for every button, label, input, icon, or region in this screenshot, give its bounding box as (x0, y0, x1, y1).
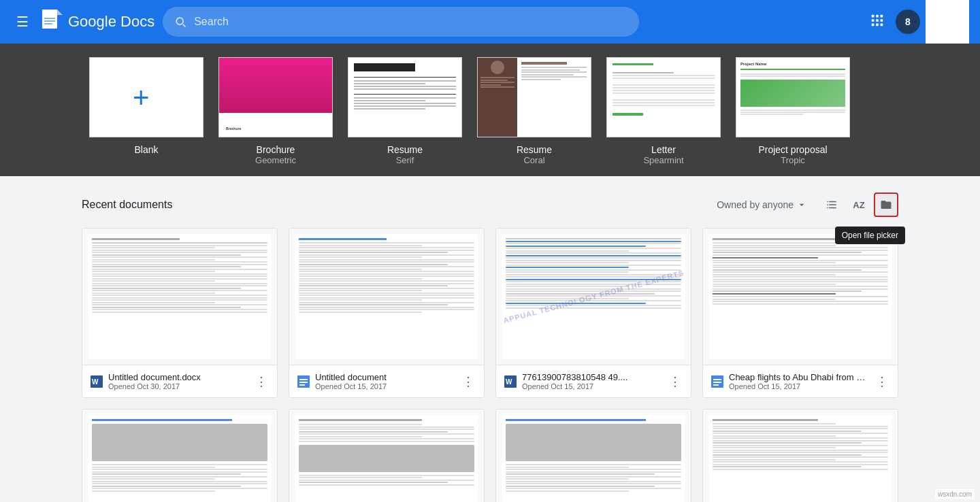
doc-preview-r2-1 (289, 409, 484, 502)
doc-preview-content-2 (502, 234, 685, 359)
doc-preview-content-1 (295, 234, 478, 359)
doc-preview-content-3 (708, 234, 892, 359)
recent-title: Recent documents (82, 199, 710, 211)
doc-more-0[interactable]: ⋮ (254, 374, 269, 389)
search-bar[interactable]: Search (163, 7, 639, 37)
doc-more-2[interactable]: ⋮ (668, 374, 683, 389)
app-logo: Google Docs (42, 10, 154, 34)
doc-footer-3: Cheap flights to Abu Dhabi from London O… (703, 365, 898, 397)
svg-rect-25 (713, 384, 719, 386)
resume-divider (354, 77, 456, 78)
template-brochure-title: Brochure (257, 144, 295, 155)
gdoc-icon-1 (297, 375, 310, 388)
doc-meta-0: Opened Oct 30, 2017 (108, 382, 248, 390)
svg-rect-13 (881, 23, 883, 26)
az-icon: AZ (853, 200, 864, 210)
doc-meta-2: Opened Oct 15, 2017 (522, 382, 662, 390)
brochure-bg: Brochure (219, 58, 332, 137)
doc-card-r2-0[interactable]: Sports Coaching Platform: Development Ti… (82, 409, 278, 502)
template-resume-coral[interactable]: Resume Coral (470, 57, 599, 176)
resume-name-bar (354, 63, 415, 71)
blank-thumbnail: + (89, 57, 203, 137)
resume-coral-thumbnail (477, 57, 591, 137)
template-resume-serif[interactable]: Resume Serif (340, 57, 470, 176)
apps-grid-icon[interactable] (864, 7, 890, 37)
tooltip-file-picker: Open file picker (835, 227, 905, 244)
doc-name-1: Untitled document (315, 372, 455, 382)
menu-icon[interactable]: ☰ (11, 8, 34, 35)
doc-card-r2-1[interactable]: Fitness Tracking Website: How to Build O… (289, 409, 485, 502)
doc-card-r2-2[interactable]: Sports Coaching Platform: Development Ti… (495, 409, 691, 502)
svg-rect-9 (876, 19, 879, 22)
doc-preview-0 (82, 229, 277, 365)
svg-rect-8 (872, 19, 875, 22)
doc-preview-content-r2-3 (708, 415, 892, 502)
proposal-content: Project Name (736, 58, 849, 137)
recent-header: Recent documents Owned by anyone AZ (82, 193, 898, 217)
app-header: ☰ Google Docs Search (0, 0, 980, 44)
doc-name-2: 77613900783810548 49.... (522, 372, 662, 382)
svg-rect-5 (872, 14, 875, 17)
template-letter-title: Letter (651, 144, 676, 155)
doc-preview-content-r2-2 (502, 415, 685, 502)
letter-thumbnail (606, 57, 721, 137)
docs-logo-icon (42, 10, 63, 34)
word-icon-0: W (91, 375, 103, 388)
svg-rect-17 (299, 379, 308, 380)
user-avatar[interactable]: 8 (896, 10, 920, 34)
svg-rect-18 (299, 382, 308, 383)
template-proposal-title: Project proposal (758, 144, 827, 155)
doc-card-3[interactable]: Cheap flights to Abu Dhabi from London O… (702, 228, 898, 398)
watermark-badge: wsxdn.com (935, 489, 975, 499)
template-resume-coral-subtitle: Coral (523, 155, 544, 165)
template-letter-subtitle: Spearmint (643, 155, 683, 165)
template-proposal[interactable]: Project Name Project proposal Tropic (728, 57, 858, 176)
folder-icon (880, 199, 892, 211)
view-icons: AZ Open file picker (819, 193, 898, 217)
doc-meta-3: Opened Oct 15, 2017 (729, 382, 869, 390)
template-resume-serif-title: Resume (387, 144, 423, 155)
doc-meta-1: Opened Oct 15, 2017 (315, 382, 455, 390)
list-view-button[interactable] (819, 193, 844, 217)
brochure-thumb-text: Brochure (226, 127, 241, 131)
doc-more-1[interactable]: ⋮ (461, 374, 476, 389)
template-blank-title: Blank (134, 144, 158, 155)
filter-dropdown[interactable]: Owned by anyone (710, 195, 814, 214)
filter-label: Owned by anyone (717, 199, 794, 210)
doc-preview-3 (703, 229, 898, 365)
svg-rect-4 (44, 23, 52, 24)
brochure-thumbnail: Brochure (218, 57, 333, 137)
sort-button[interactable]: AZ (847, 193, 871, 217)
doc-card-r2-3[interactable]: Cover Letter Samples ⋮ (702, 409, 898, 502)
svg-rect-7 (881, 14, 883, 17)
doc-card-0[interactable]: W Untitled document.docx Opened Oct 30, … (82, 228, 278, 398)
doc-preview-1 (289, 229, 484, 365)
brochure-white-block (219, 113, 332, 137)
gdoc-icon-3 (711, 375, 723, 388)
svg-rect-19 (299, 384, 305, 386)
doc-preview-r2-0 (82, 409, 277, 502)
svg-rect-23 (713, 379, 721, 380)
svg-marker-1 (57, 10, 63, 15)
doc-more-3[interactable]: ⋮ (875, 374, 889, 389)
doc-info-1: Untitled document Opened Oct 15, 2017 (315, 372, 455, 390)
proposal-image (740, 80, 845, 107)
template-resume-coral-title: Resume (517, 144, 552, 155)
doc-card-2[interactable]: APPUAL TECHNOLOGY FROM THE EXPERTS W 776… (495, 228, 691, 398)
doc-card-1[interactable]: Untitled document Opened Oct 15, 2017 ⋮ (289, 228, 485, 398)
header-actions: 8 (864, 0, 969, 44)
template-letter[interactable]: Letter Spearmint (599, 57, 728, 176)
resume-serif-content (348, 58, 461, 137)
doc-footer-1: Untitled document Opened Oct 15, 2017 ⋮ (289, 365, 484, 397)
template-brochure[interactable]: Brochure Brochure Geometric (211, 57, 340, 176)
doc-footer-2: W 77613900783810548 49.... Opened Oct 15… (496, 365, 691, 397)
proposal-thumbnail: Project Name (736, 57, 850, 137)
open-file-picker-button[interactable] (874, 193, 898, 217)
doc-info-2: 77613900783810548 49.... Opened Oct 15, … (522, 372, 662, 390)
document-grid: W Untitled document.docx Opened Oct 30, … (82, 228, 898, 398)
document-grid-row2: Sports Coaching Platform: Development Ti… (82, 409, 898, 502)
templates-scroll: + Blank Brochure Brochure Geometric (0, 57, 980, 176)
template-blank[interactable]: + Blank (82, 57, 211, 176)
doc-info-0: Untitled document.docx Opened Oct 30, 20… (108, 372, 248, 390)
template-resume-serif-subtitle: Serif (396, 155, 414, 165)
